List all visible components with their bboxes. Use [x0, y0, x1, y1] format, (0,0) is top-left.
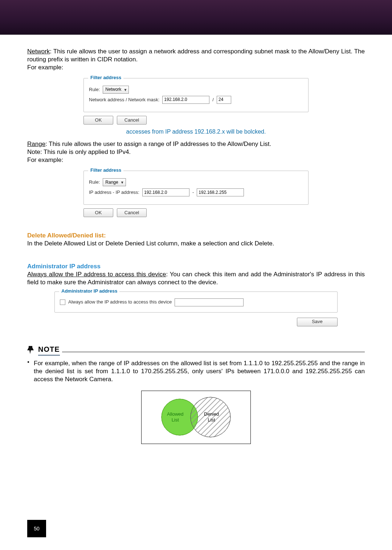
note-title: NOTE [38, 345, 60, 356]
ok-button-range[interactable]: OK [83, 208, 113, 217]
delete-list-text: In the Delete Allowed List or Delete Den… [27, 240, 365, 248]
filter-address-network-screenshot: Filter address Rule: Network ▼ Network a… [83, 78, 309, 125]
chevron-down-icon: ▼ [123, 87, 127, 92]
range-label: Range [27, 140, 45, 147]
for-example-1: For example: [27, 64, 365, 72]
note-item: For example, when the range of IP addres… [27, 359, 365, 383]
always-allow-checkbox[interactable] [60, 300, 65, 305]
rule-select-value: Network [105, 87, 121, 93]
admin-ip-screenshot: Administrator IP address Always allow th… [54, 292, 338, 313]
rule-label: Rule: [89, 87, 100, 93]
rule-select[interactable]: Network ▼ [103, 86, 129, 94]
fieldset-legend: Filter address [88, 75, 123, 81]
venn-diagram-wrap: Allowed List Denied List [27, 391, 365, 444]
admin-ip-heading: Administrator IP address [27, 262, 365, 270]
slash-label: / [212, 97, 214, 103]
range-rule-paragraph: Range: This rule allows the user to assi… [27, 140, 365, 148]
filter-address-fieldset-range: Filter address Rule: Range ▼ IP address … [83, 171, 309, 205]
ok-button[interactable]: OK [83, 116, 113, 125]
ip-range-label: IP address - IP address: [89, 190, 139, 196]
cancel-button-range[interactable]: Cancel [117, 208, 147, 217]
range-note: Note: This rule is only applied to IPv4. [27, 148, 365, 156]
for-example-2: For example: [27, 156, 365, 164]
dash-label: - [192, 190, 194, 196]
network-mask-input[interactable]: 24 [217, 96, 231, 104]
note-divider [62, 352, 365, 352]
fieldset-legend-range: Filter address [88, 167, 123, 174]
pushpin-icon [27, 345, 35, 355]
ip-to-input[interactable]: 192.168.2.255 [197, 188, 244, 196]
filter-address-fieldset: Filter address Rule: Network ▼ Network a… [83, 78, 309, 112]
range-text: : This rule allows the user to assign a … [45, 140, 271, 147]
network-rule-paragraph: Network: This rule allows the user to as… [27, 48, 365, 64]
allowed-list-label: Allowed List [167, 411, 184, 423]
admin-ip-underline: Always allow the IP address to access th… [27, 271, 166, 278]
rule-select-range[interactable]: Range ▼ [103, 178, 126, 186]
venn-svg [142, 391, 250, 444]
rule-select-value-range: Range [105, 180, 118, 186]
network-address-input[interactable]: 192.168.2.0 [162, 96, 209, 104]
filter-address-range-screenshot: Filter address Rule: Range ▼ IP address … [83, 171, 309, 217]
cancel-button[interactable]: Cancel [117, 116, 147, 125]
always-allow-label: Always allow the IP address to access th… [68, 299, 172, 305]
denied-list-label: Denied List [204, 411, 219, 423]
delete-list-heading: Delete Allowed/Denied list: [27, 232, 365, 240]
ip-from-input[interactable]: 192.168.2.0 [142, 188, 189, 196]
note-block: NOTE For example, when the range of IP a… [27, 345, 365, 383]
note-item-text: For example, when the range of IP addres… [27, 359, 365, 383]
admin-ip-legend: Administrator IP address [59, 288, 119, 294]
save-button[interactable]: Save [297, 318, 338, 326]
network-address-label: Network address / Network mask: [89, 97, 159, 103]
admin-ip-fieldset: Administrator IP address Always allow th… [54, 292, 338, 313]
page-number: 50 [27, 520, 46, 537]
admin-ip-paragraph: Always allow the IP address to access th… [27, 270, 365, 286]
caption-blocked: accesses from IP address 192.168.2.x wil… [27, 128, 365, 136]
rule-label-range: Rule: [89, 179, 100, 186]
venn-diagram: Allowed List Denied List [141, 391, 251, 444]
chevron-down-icon: ▼ [121, 180, 124, 185]
network-text: : This rule allows the user to assign a … [27, 48, 365, 63]
admin-ip-input[interactable] [175, 298, 244, 306]
network-label: Network [27, 48, 50, 55]
header-banner [0, 0, 392, 35]
